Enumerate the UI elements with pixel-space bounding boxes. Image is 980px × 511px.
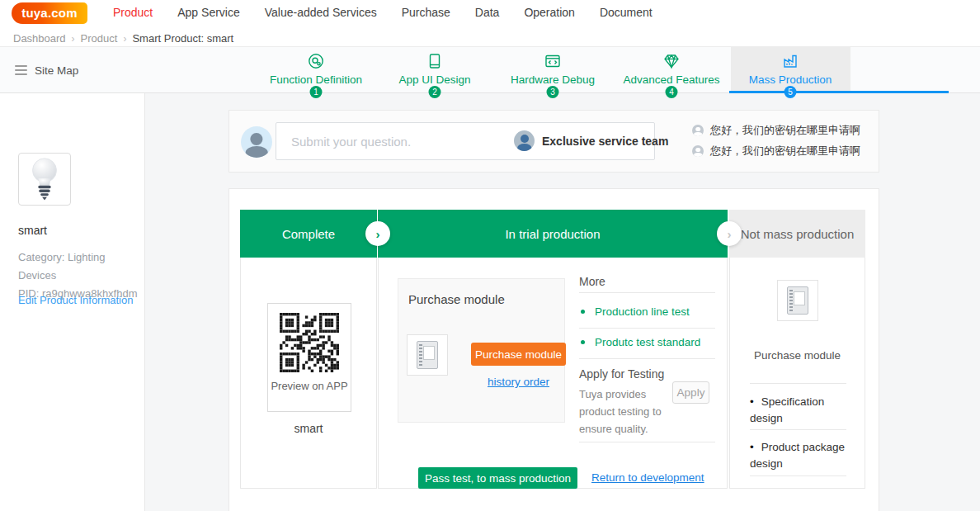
page: tuya.com Product App Service Value-added… <box>0 0 980 511</box>
divider <box>750 429 846 430</box>
apply-for-testing-description: Tuya provides product testing to ensure … <box>579 386 674 438</box>
gear-icon <box>308 53 324 73</box>
step-label: Advanced Features <box>605 73 737 86</box>
production-line-test-link[interactable]: Production line test <box>581 305 690 318</box>
nav-item-purchase[interactable]: Purchase <box>402 6 450 19</box>
breadcrumb-dashboard[interactable]: Dashboard <box>13 32 66 45</box>
steps-bar: Site Map Function Definition 1 App UI De… <box>0 47 980 93</box>
step-number-badge: 1 <box>310 86 323 98</box>
factory-icon <box>782 53 799 73</box>
purchase-module-button[interactable]: Purchase module <box>471 343 566 366</box>
purchase-module-label: Purchase module <box>730 349 865 362</box>
stage-not-mass-column: Not mass production Purchase module Spec… <box>729 210 865 489</box>
stage-not-mass-header: Not mass production <box>729 210 865 258</box>
qr-product-name: smart <box>241 422 376 435</box>
nav-item-app-service[interactable]: App Service <box>177 6 239 19</box>
nav-item-document[interactable]: Document <box>600 6 653 19</box>
nav-item-data[interactable]: Data <box>475 6 500 19</box>
code-window-icon <box>544 53 561 73</box>
specification-design-item[interactable]: Specification design <box>750 394 849 427</box>
nav-item-value-added-services[interactable]: Value-added Services <box>265 6 377 19</box>
qr-code <box>280 313 339 372</box>
divider <box>750 383 846 384</box>
breadcrumb-product[interactable]: Product <box>81 32 118 45</box>
top-nav: Product App Service Value-added Services… <box>113 0 653 24</box>
divider <box>579 292 715 293</box>
hamburger-icon <box>15 63 27 78</box>
product-thumbnail <box>18 153 71 206</box>
history-order-link[interactable]: history order <box>471 376 566 388</box>
diamond-icon <box>663 53 680 73</box>
qr-caption: Preview on APP <box>268 379 351 394</box>
service-chat-panel: Exclusive service team 您好，我们的密钥在哪里申请啊 您好… <box>229 110 879 173</box>
product-category: Category: Lighting Devices <box>18 248 144 285</box>
mass-production-panel: Complete Preview on APP smart In trial p… <box>229 188 879 511</box>
apply-for-testing-title: Apply for Testing <box>579 367 664 381</box>
product-name: smart <box>18 224 47 237</box>
breadcrumb-current: Smart Product: smart <box>132 32 233 45</box>
service-team-label: Exclusive service team <box>542 135 668 148</box>
chat-message[interactable]: 您好，我们的密钥在哪里申请啊 <box>692 123 875 138</box>
edit-product-information-link[interactable]: Edit Product Information <box>18 294 133 306</box>
active-step-underline <box>729 91 949 93</box>
purchase-module-title: Purchase module <box>408 292 505 306</box>
step-number-badge: 5 <box>784 86 797 98</box>
top-header: tuya.com Product App Service Value-added… <box>0 0 980 47</box>
step-number-badge: 3 <box>547 86 559 98</box>
message-text: 您好，我们的密钥在哪里申请啊 <box>710 144 860 159</box>
product-sidebar: smart Category: Lighting Devices PID: ra… <box>0 93 145 511</box>
message-avatar <box>692 145 704 157</box>
stage-trial-header: In trial production <box>378 210 728 258</box>
chevron-right-icon: › <box>123 33 126 45</box>
pass-test-to-mass-production-button[interactable]: Pass test, to mass production <box>418 467 577 489</box>
message-text: 您好，我们的密钥在哪里申请啊 <box>710 123 860 138</box>
divider <box>579 358 715 359</box>
stage-arrow-icon: › <box>365 221 390 246</box>
step-number-badge: 4 <box>666 86 678 98</box>
step-label: Mass Production <box>724 73 856 86</box>
stage-complete-header: Complete <box>240 210 377 258</box>
app-preview-qr-card[interactable]: Preview on APP <box>267 303 351 412</box>
stage-complete-column: Complete Preview on APP smart <box>240 210 377 489</box>
divider <box>579 442 715 442</box>
divider <box>750 476 846 476</box>
step-label: App UI Design <box>369 73 501 86</box>
step-number-badge: 2 <box>429 86 441 98</box>
pcb-module-icon <box>787 286 808 315</box>
chat-message-list: 您好，我们的密钥在哪里申请啊 您好，我们的密钥在哪里申请啊 <box>692 117 875 159</box>
pcb-module-icon <box>417 341 438 369</box>
site-map-label: Site Map <box>35 64 78 77</box>
site-map-button[interactable]: Site Map <box>15 47 78 93</box>
stage-trial-column: In trial production Purchase module Purc… <box>378 210 728 489</box>
service-agent-avatar <box>514 130 535 151</box>
light-bulb-image <box>28 157 61 201</box>
user-avatar <box>241 126 272 158</box>
breadcrumb: Dashboard › Product › Smart Product: sma… <box>13 32 233 45</box>
return-to-development-link[interactable]: Return to development <box>591 471 704 484</box>
phone-icon <box>426 53 443 73</box>
step-label: Hardware Debug <box>487 73 619 86</box>
apply-button[interactable]: Apply <box>672 381 709 404</box>
module-image <box>777 280 818 321</box>
stage-arrow-icon: › <box>717 221 742 246</box>
more-title: More <box>579 275 605 288</box>
chevron-right-icon: › <box>72 33 75 45</box>
nav-item-product[interactable]: Product <box>113 6 153 19</box>
divider <box>579 328 715 329</box>
tuya-logo[interactable]: tuya.com <box>12 2 87 24</box>
product-test-standard-link[interactable]: Produtc test standard <box>581 336 700 348</box>
exclusive-service-team-button[interactable]: Exclusive service team <box>514 130 668 151</box>
nav-item-operation[interactable]: Operation <box>524 6 574 19</box>
module-image <box>407 334 448 376</box>
chat-message[interactable]: 您好，我们的密钥在哪里申请啊 <box>692 144 875 159</box>
step-label: Function Definition <box>250 73 382 86</box>
product-package-design-item[interactable]: Product package design <box>750 439 849 472</box>
message-avatar <box>692 125 704 136</box>
purchase-module-card: Purchase module Purchase module history … <box>398 278 565 423</box>
